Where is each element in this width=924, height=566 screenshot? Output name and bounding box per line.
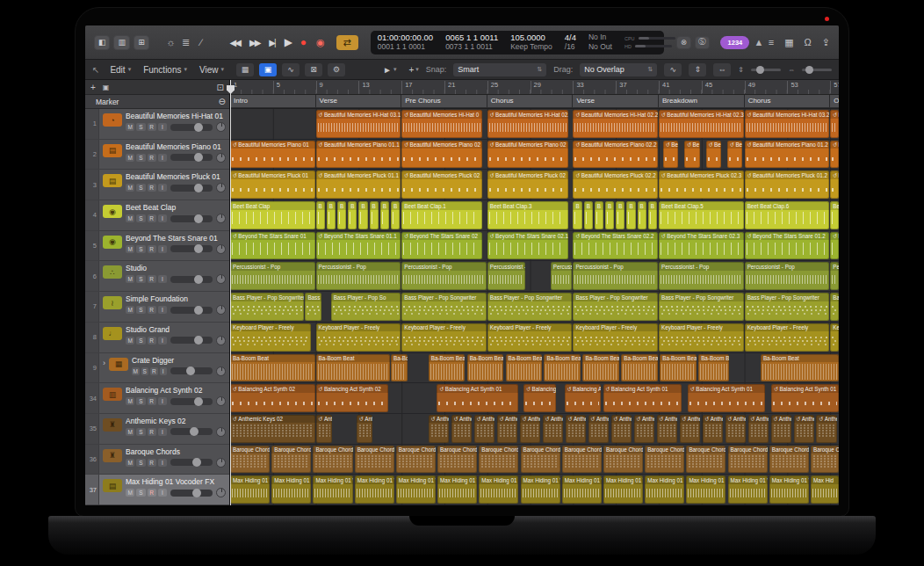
input-monitor-button[interactable]: I bbox=[158, 245, 167, 253]
pan-knob[interactable] bbox=[216, 274, 226, 284]
region[interactable]: Ba-Boom Beat bbox=[506, 354, 543, 382]
region[interactable]: B bbox=[348, 201, 357, 229]
region[interactable]: ↺Beautiful Memories Pluck 01 bbox=[230, 171, 315, 199]
horizontal-zoom-slider[interactable] bbox=[802, 69, 832, 71]
region[interactable]: Max Hiding 01 V bbox=[313, 475, 352, 504]
duplicate-track-button[interactable]: ▣ bbox=[103, 83, 110, 91]
region[interactable]: ↺Anthe bbox=[657, 415, 677, 443]
solo-button[interactable]: S bbox=[136, 337, 145, 345]
region[interactable]: Max Hiding 01 V bbox=[396, 475, 436, 504]
region[interactable]: Percussionist - Pop bbox=[659, 262, 744, 290]
region[interactable]: ↺Anthe bbox=[474, 415, 494, 443]
region[interactable]: B bbox=[638, 201, 646, 229]
waveform-zoom-button[interactable]: ∿ bbox=[664, 63, 682, 76]
region[interactable]: Baroque Chords bbox=[437, 446, 477, 474]
mute-button[interactable]: M bbox=[126, 275, 134, 283]
region[interactable]: Baroque Chords bbox=[396, 446, 436, 474]
automation-icon[interactable]: ∕ bbox=[195, 37, 206, 47]
region[interactable]: Bass Player - Pop Songwriter bbox=[573, 293, 658, 321]
region[interactable]: ↺Beyon bbox=[830, 232, 839, 260]
region[interactable]: ↺Be bbox=[663, 141, 678, 169]
region[interactable]: ↺Be bbox=[684, 141, 699, 169]
region[interactable]: Keyboard Player - Freely bbox=[745, 323, 830, 352]
region[interactable]: Ba-Boom Beat bbox=[761, 354, 839, 382]
input-monitor-button[interactable]: I bbox=[160, 367, 168, 375]
add-track-button[interactable]: + bbox=[90, 83, 96, 92]
region[interactable]: Percus bbox=[830, 262, 839, 290]
playhead[interactable] bbox=[230, 80, 231, 505]
region[interactable]: ↺Anthe bbox=[497, 415, 517, 443]
track-header[interactable]: 6∴StudioMSRI bbox=[85, 261, 229, 292]
region[interactable]: Baroque Chords bbox=[686, 446, 725, 474]
region[interactable]: ↺Balancing Act bbox=[565, 384, 602, 412]
region[interactable]: Percussionist - P bbox=[487, 262, 525, 290]
bar-ruler[interactable]: 159131721252933374145495357 bbox=[230, 80, 839, 95]
region[interactable]: ↺Beautiful Memories Piano 02 bbox=[401, 141, 482, 169]
mute-button[interactable]: M bbox=[126, 397, 134, 405]
region[interactable]: Percuss bbox=[551, 262, 573, 290]
region[interactable]: ↺Anthe bbox=[703, 415, 723, 443]
region[interactable]: ↺Beautiful Memories Hi-Hat 0 bbox=[401, 110, 482, 138]
region[interactable]: Beet Beat Clap.1 bbox=[401, 201, 482, 229]
settings-button[interactable]: ⚙ bbox=[328, 63, 345, 76]
input-monitor-button[interactable]: I bbox=[158, 123, 167, 131]
solo-button[interactable]: S bbox=[136, 428, 145, 436]
marker-verse[interactable]: Verse bbox=[316, 95, 402, 107]
smart-controls-icon[interactable]: ☼ bbox=[165, 37, 177, 47]
region[interactable]: Max Hid bbox=[811, 475, 839, 504]
region[interactable]: Percussionist - Pop bbox=[745, 262, 830, 290]
input-monitor-button[interactable]: I bbox=[158, 306, 167, 314]
region[interactable]: Bass Player - Pop Songwriter bbox=[401, 293, 487, 321]
share-icon[interactable]: ⇪ bbox=[822, 37, 830, 48]
region[interactable]: Ba-Boo bbox=[391, 354, 408, 382]
region[interactable]: B bbox=[358, 201, 367, 229]
vertical-auto-zoom-button[interactable]: ⇕ bbox=[689, 63, 706, 76]
volume-slider[interactable] bbox=[170, 245, 213, 252]
region[interactable]: ↺Anthe bbox=[771, 415, 791, 443]
volume-slider[interactable] bbox=[170, 459, 213, 466]
volume-slider[interactable] bbox=[170, 490, 213, 497]
input-monitor-button[interactable]: I bbox=[158, 275, 167, 283]
record-enable-button[interactable]: R bbox=[148, 154, 156, 162]
capture-record-button[interactable]: ◉ bbox=[316, 37, 325, 48]
pan-knob[interactable] bbox=[216, 153, 226, 163]
record-enable-button[interactable]: R bbox=[148, 306, 156, 314]
region[interactable]: ↺Beautiful Memories Hi-Hat 02.1 bbox=[487, 110, 568, 138]
region[interactable]: B bbox=[626, 201, 635, 229]
play-button[interactable]: ▶ bbox=[285, 36, 291, 48]
pan-knob[interactable] bbox=[216, 214, 226, 223]
forward-button[interactable]: ▶▶ bbox=[249, 38, 259, 47]
region[interactable]: ↺Balancing Act Synth 02 bbox=[230, 384, 315, 412]
region[interactable]: Bass Player - Pop Songwriter bbox=[745, 293, 830, 321]
solo-button[interactable]: S bbox=[136, 306, 145, 314]
region[interactable]: ↺Beyond The Stars Snare 02.2 bbox=[573, 232, 658, 260]
region[interactable]: ↺Beautiful Memories Piano 01.1 bbox=[316, 141, 401, 169]
region[interactable]: ↺Anthe bbox=[451, 415, 472, 443]
volume-slider[interactable] bbox=[170, 185, 213, 192]
mute-button[interactable]: M bbox=[126, 489, 134, 497]
record-enable-button[interactable]: R bbox=[148, 489, 156, 497]
track-header[interactable]: 36♜Baroque ChordsMSRI bbox=[85, 445, 229, 475]
region[interactable]: Baroque Chords bbox=[313, 446, 352, 474]
pan-knob[interactable] bbox=[216, 244, 226, 254]
horizontal-auto-zoom-button[interactable]: ⇔ bbox=[713, 63, 731, 76]
region[interactable]: Keyboard Player - Freely bbox=[316, 323, 401, 352]
track-header[interactable]: 4◉Beet Beat ClapMSRI bbox=[85, 200, 229, 231]
mute-button[interactable]: M bbox=[126, 123, 134, 131]
track-header[interactable]: 2▤Beautiful Memories Piano 01MSRI bbox=[85, 140, 229, 171]
mute-button[interactable]: M bbox=[126, 337, 134, 345]
solo-button[interactable]: Ⓢ bbox=[695, 36, 710, 49]
region[interactable]: Max Hiding 01 V bbox=[521, 475, 560, 504]
region[interactable]: ↺Beaut bbox=[830, 141, 839, 169]
region[interactable]: ↺Balancing Act Synth 01 bbox=[771, 384, 839, 412]
region[interactable]: Baroque Chords bbox=[603, 446, 643, 474]
editors-toggle-button[interactable]: ▥ bbox=[113, 35, 129, 50]
region[interactable]: Bass P bbox=[305, 293, 321, 321]
region[interactable]: ↺Anthe bbox=[520, 415, 540, 443]
pan-knob[interactable] bbox=[216, 396, 226, 406]
marker-chorus[interactable]: Chorus bbox=[745, 95, 831, 107]
region[interactable]: ↺Beautiful Memories Pluck 02.3 bbox=[659, 171, 744, 199]
record-enable-button[interactable]: R bbox=[148, 397, 156, 405]
region[interactable]: B bbox=[327, 201, 336, 229]
record-enable-button[interactable]: R bbox=[148, 214, 156, 222]
